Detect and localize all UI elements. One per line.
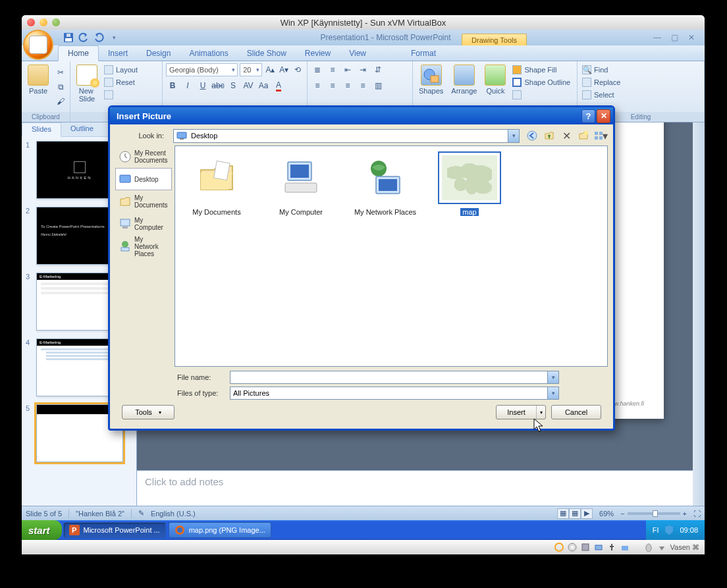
zoom-percent[interactable]: 69% (599, 510, 614, 518)
zoom-out-icon[interactable]: − (620, 510, 624, 518)
qat-customize-icon[interactable]: ▾ (107, 31, 121, 44)
files-of-type-combo[interactable]: All Pictures▾ (230, 387, 559, 400)
place-mycomputer[interactable]: My Computer (115, 213, 172, 235)
new-folder-icon[interactable] (576, 128, 591, 143)
shapes-button[interactable]: Shapes (416, 63, 446, 96)
align-center-icon[interactable]: ≡ (326, 79, 339, 92)
cut-icon[interactable]: ✂ (54, 66, 67, 79)
tray-clock[interactable]: 09:08 (680, 526, 698, 534)
grow-font-icon[interactable]: A▴ (264, 63, 276, 76)
dialog-help-button[interactable]: ? (581, 109, 595, 123)
align-left-icon[interactable]: ≡ (311, 79, 324, 92)
clear-format-icon[interactable]: ⟲ (292, 63, 304, 76)
back-icon[interactable] (525, 128, 539, 143)
dropdown-icon[interactable]: ▾ (547, 371, 558, 383)
file-list[interactable]: My Documents My Computer My Network Plac… (175, 146, 608, 367)
numbering-icon[interactable]: ≡ (326, 63, 339, 76)
replace-button[interactable]: Replace (581, 77, 622, 88)
file-mycomputer[interactable]: My Computer (265, 151, 337, 216)
start-button[interactable]: start (22, 520, 62, 540)
tab-home[interactable]: Home (58, 45, 99, 61)
insert-button[interactable]: Insert▾ (496, 405, 546, 419)
copy-icon[interactable]: ⧉ (54, 80, 67, 94)
undo-icon[interactable] (77, 31, 90, 44)
italic-button[interactable]: I (181, 79, 194, 92)
tab-review[interactable]: Review (296, 46, 340, 61)
columns-icon[interactable]: ▥ (371, 79, 385, 92)
place-desktop[interactable]: Desktop (115, 168, 172, 190)
format-painter-icon[interactable]: 🖌 (54, 95, 67, 108)
dropdown-icon[interactable]: ▾ (547, 387, 558, 399)
place-network[interactable]: My Network Places (115, 235, 172, 257)
tab-insert[interactable]: Insert (99, 46, 137, 61)
font-name-combo[interactable]: Georgia (Body) (166, 63, 238, 76)
status-language[interactable]: English (U.S.) (151, 510, 196, 518)
tray-shield-icon[interactable] (664, 525, 674, 535)
up-folder-icon[interactable] (542, 128, 556, 143)
tab-view[interactable]: View (340, 46, 375, 61)
new-slide-button[interactable]: New Slide (74, 63, 100, 104)
bold-button[interactable]: B (166, 79, 179, 92)
zoom-in-icon[interactable]: + (683, 510, 687, 518)
strike-button[interactable]: abc (211, 79, 225, 92)
redo-icon[interactable] (92, 31, 105, 44)
tools-button[interactable]: Tools (122, 405, 175, 419)
shape-effects-button[interactable] (511, 90, 572, 100)
tab-slideshow[interactable]: Slide Show (238, 46, 296, 61)
notes-pane[interactable]: Click to add notes (137, 470, 693, 506)
delete-button[interactable] (103, 90, 139, 100)
indent-inc-icon[interactable]: ⇥ (356, 63, 369, 76)
font-size-combo[interactable]: 20 (240, 63, 262, 76)
maximize-icon[interactable]: ▢ (668, 32, 681, 43)
taskbar-item-firefox[interactable]: map.png (PNG Image... (169, 522, 271, 538)
shape-outline-button[interactable]: Shape Outline (511, 77, 572, 88)
char-spacing-icon[interactable]: AV (242, 79, 255, 92)
file-name-input[interactable]: ▾ (230, 371, 559, 384)
slideshow-view-icon[interactable]: ▶ (581, 508, 593, 519)
align-right-icon[interactable]: ≡ (341, 79, 354, 92)
place-mydocuments[interactable]: My Documents (115, 190, 172, 213)
font-color-icon[interactable]: A (272, 79, 285, 92)
zoom-slider[interactable] (628, 512, 680, 515)
bullets-icon[interactable]: ≣ (311, 63, 324, 76)
dialog-close-button[interactable]: ✕ (597, 109, 610, 123)
delete-icon[interactable]: ✕ (559, 128, 574, 143)
tab-animations[interactable]: Animations (180, 46, 237, 61)
taskbar-item-powerpoint[interactable]: PMicrosoft PowerPoint ... (63, 522, 166, 538)
justify-icon[interactable]: ≡ (356, 79, 369, 92)
dropdown-icon[interactable]: ▾ (508, 130, 519, 142)
status-proof-icon[interactable]: ✎ (138, 509, 144, 518)
paste-button[interactable]: Paste (25, 63, 51, 96)
line-spacing-icon[interactable]: ⇵ (371, 63, 385, 76)
tab-slides-thumb[interactable]: Slides (22, 122, 61, 137)
reset-button[interactable]: Reset (103, 77, 139, 88)
shape-fill-button[interactable]: Shape Fill (511, 65, 572, 75)
cancel-button[interactable]: Cancel (551, 405, 601, 419)
shadow-button[interactable]: S (227, 79, 240, 92)
fit-window-icon[interactable]: ⛶ (693, 510, 701, 518)
select-button[interactable]: Select (581, 90, 616, 100)
layout-button[interactable]: Layout (103, 65, 139, 75)
tray-lang[interactable]: FI (653, 526, 659, 534)
office-button[interactable] (23, 30, 53, 60)
normal-view-icon[interactable]: ▦ (557, 508, 569, 519)
views-icon[interactable]: ▾ (593, 128, 608, 143)
close-icon[interactable]: ✕ (685, 32, 698, 43)
tab-design[interactable]: Design (137, 46, 180, 61)
system-tray[interactable]: FI 09:08 (646, 520, 705, 540)
indent-dec-icon[interactable]: ⇤ (341, 63, 354, 76)
vertical-scrollbar[interactable] (693, 122, 705, 506)
find-button[interactable]: 🔍Find (581, 65, 609, 75)
arrange-button[interactable]: Arrange (448, 63, 479, 96)
quick-styles-button[interactable]: Quick (482, 63, 508, 96)
tab-format[interactable]: Format (402, 46, 445, 61)
insert-split-icon[interactable]: ▾ (536, 406, 545, 419)
underline-button[interactable]: U (196, 79, 209, 92)
dialog-titlebar[interactable]: Insert Picture ? ✕ (110, 107, 613, 124)
tab-outline[interactable]: Outline (61, 122, 103, 136)
sorter-view-icon[interactable]: ▦ (569, 508, 581, 519)
lookin-combo[interactable]: Desktop ▾ (173, 129, 520, 143)
shrink-font-icon[interactable]: A▾ (278, 63, 290, 76)
file-map-image[interactable]: map (433, 151, 506, 216)
change-case-icon[interactable]: Aa (257, 79, 270, 92)
